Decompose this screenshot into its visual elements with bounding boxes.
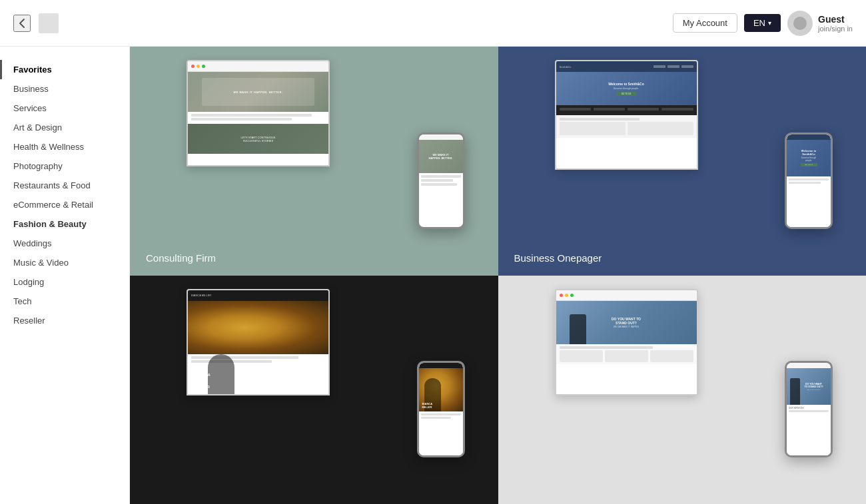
user-area: Guest join/sign in (787, 11, 853, 36)
main-layout: Favorites Business Services Art & Design… (0, 47, 866, 504)
desktop-mockup-1: WE MAKE IT HAPPEN. BETTER. LETS START CO… (187, 60, 330, 166)
guest-info: Guest join/sign in (818, 14, 853, 33)
template-label-photography (130, 480, 498, 504)
card2-mockups: Smith&Co Welcome to Smith&Co (498, 47, 867, 256)
sidebar-item-favorites[interactable]: Favorites (0, 60, 129, 79)
mobile-mockup-3: BIANCAMILLER (417, 361, 465, 457)
mobile-mockup-4: DO YOU WANTTO STAND OUT? WE CAN MAKE IT … (785, 361, 833, 457)
guest-sub: join/sign in (818, 25, 853, 33)
template-card-services[interactable]: DO YOU WANT TOSTAND OUT? WE CAN MAKE IT … (498, 276, 867, 505)
mobile-mockup-2: Welcome toSmith&Co Success throughpeople… (785, 132, 833, 229)
mobile-mockup-1: WE MAKE ITHAPPEN. BETTER. (417, 132, 465, 229)
sidebar-item-ecommerce-retail[interactable]: eCommerce & Retail (0, 195, 129, 214)
template-grid: WE MAKE IT HAPPEN. BETTER. LETS START CO… (130, 47, 866, 504)
sidebar: Favorites Business Services Art & Design… (0, 47, 130, 504)
sidebar-item-tech[interactable]: Tech (0, 292, 129, 311)
my-account-button[interactable]: My Account (673, 13, 737, 33)
card1-mockups: WE MAKE IT HAPPEN. BETTER. LETS START CO… (130, 47, 498, 256)
sidebar-item-health-wellness[interactable]: Health & Wellness (0, 137, 129, 156)
card3-mockups: BIANCA MILLER BIANCAMILLER (130, 276, 498, 485)
sidebar-item-lodging[interactable]: Lodging (0, 272, 129, 292)
sidebar-item-restaurants-food[interactable]: Restaurants & Food (0, 176, 129, 195)
template-label-consulting-firm: Consulting Firm (130, 240, 498, 276)
template-card-business-onepager[interactable]: Smith&Co Welcome to Smith&Co (498, 47, 867, 276)
header-left (13, 13, 59, 33)
sidebar-item-business[interactable]: Business (0, 79, 129, 99)
sidebar-item-fashion-beauty[interactable]: Fashion & Beauty (0, 214, 129, 234)
desktop-mockup-2: Smith&Co Welcome to Smith&Co (555, 60, 698, 170)
template-card-consulting-firm[interactable]: WE MAKE IT HAPPEN. BETTER. LETS START CO… (130, 47, 498, 276)
guest-name: Guest (818, 14, 853, 25)
template-label-services (498, 480, 867, 504)
sidebar-item-weddings[interactable]: Weddings (0, 234, 129, 253)
sidebar-item-art-design[interactable]: Art & Design (0, 118, 129, 137)
sidebar-item-services[interactable]: Services (0, 99, 129, 118)
desktop-mockup-4: DO YOU WANT TOSTAND OUT? WE CAN MAKE IT … (555, 289, 698, 395)
header-logo-square (39, 13, 59, 33)
template-label-business-onepager: Business Onepager (498, 240, 867, 276)
sidebar-item-reseller[interactable]: Reseller (0, 311, 129, 330)
back-button[interactable] (13, 15, 31, 32)
desktop-mockup-3: BIANCA MILLER BIANCAMILLER (187, 289, 330, 395)
sidebar-item-music-video[interactable]: Music & Video (0, 253, 129, 272)
card4-mockups: DO YOU WANT TOSTAND OUT? WE CAN MAKE IT … (498, 276, 867, 485)
header-right: My Account EN Guest join/sign in (673, 11, 853, 36)
avatar (787, 11, 813, 36)
sidebar-item-photography[interactable]: Photography (0, 156, 129, 176)
language-selector[interactable]: EN (744, 14, 781, 32)
template-card-photography[interactable]: BIANCA MILLER BIANCAMILLER (130, 276, 498, 505)
header: My Account EN Guest join/sign in (0, 0, 866, 47)
